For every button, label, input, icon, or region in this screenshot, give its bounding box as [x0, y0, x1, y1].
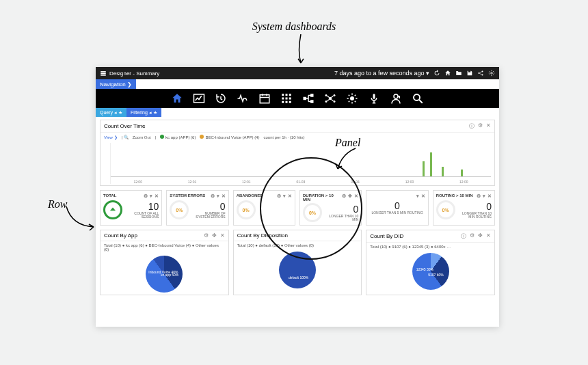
toolbar-mic-icon[interactable]	[368, 92, 380, 105]
move-icon[interactable]: ✥	[348, 193, 352, 202]
gear-icon[interactable]: ⚙	[477, 193, 481, 199]
svg-point-28	[394, 94, 398, 98]
svg-rect-14	[289, 98, 291, 100]
panel-title: Count By DID	[370, 233, 403, 239]
x-tick: 12:00	[133, 180, 142, 184]
zoom-out-link[interactable]: Zoom Out	[133, 135, 151, 139]
x-tick: 01-03	[296, 180, 305, 184]
share-icon[interactable]	[477, 70, 484, 77]
stat-label: NUMBER OF SYSTEM ERRORS	[191, 212, 225, 219]
svg-rect-2	[101, 75, 106, 76]
toolbar-home-icon[interactable]	[171, 92, 183, 105]
stat-value: 0	[325, 204, 358, 215]
pie-legend: Total (10) ● default (10) ● Other values…	[234, 241, 362, 249]
info-icon[interactable]: ⓘ	[469, 122, 475, 130]
pie-chart[interactable]: Inbound Voice 40% kc app 50%	[146, 256, 183, 293]
annotation-row: Row	[48, 198, 67, 211]
gear-icon[interactable]: ⚙	[277, 193, 281, 199]
toolbar-pulse-icon[interactable]	[237, 92, 249, 105]
panel-title: Count By Disposition	[237, 232, 288, 239]
svg-rect-20	[310, 100, 314, 103]
system-dashboards-toolbar	[96, 89, 499, 108]
refresh-icon[interactable]	[433, 70, 440, 77]
pie-legend: Total (10) ● kc app (6) ● BEC-Inbound Vo…	[101, 241, 228, 254]
home-icon[interactable]	[444, 70, 451, 77]
dashboard-window: Designer - Summary 7 days ago to a few s…	[96, 67, 499, 327]
move-icon[interactable]: ✥	[212, 232, 217, 239]
svg-rect-18	[304, 97, 307, 100]
stat-ring: 0%	[436, 200, 455, 219]
panel-title: Count By App	[104, 232, 137, 239]
close-icon[interactable]: ✕	[487, 193, 492, 199]
stat-total: TOTAL⚙▾✕ 10COUNT OF ALL SESSIONS	[100, 190, 162, 226]
stat-value: 0	[458, 201, 492, 212]
x-tick: 12:00	[459, 180, 468, 184]
folder-icon[interactable]	[455, 70, 462, 77]
stat-abandoned: ABANDONED⚙▾✕ 0%	[233, 190, 295, 226]
panel-count-by-app: Count By App⚙✥✕ Total (10) ● kc app (6) …	[100, 230, 229, 295]
time-range-picker[interactable]: 7 days ago to a few seconds ago ▾	[334, 70, 429, 77]
save-icon[interactable]	[466, 70, 473, 77]
gear-icon[interactable]: ⚙	[144, 193, 148, 199]
pie-legend: Total (10) ● 9107 (6) ● 12345 (3) ● 6400…	[366, 243, 494, 251]
gear-icon[interactable]: ⚙	[342, 193, 346, 202]
stat-value: 0	[191, 201, 225, 212]
svg-rect-11	[289, 94, 291, 96]
stat-ring: 0%	[303, 203, 322, 222]
info-icon[interactable]: ⓘ	[461, 232, 466, 240]
toolbar-history-icon[interactable]	[215, 92, 227, 105]
svg-rect-27	[373, 94, 375, 99]
svg-rect-0	[101, 71, 106, 72]
legend-item: kc app (APP) (6)	[165, 135, 196, 139]
toolbar-search-icon[interactable]	[412, 92, 424, 105]
gear-icon[interactable]: ⚙	[211, 193, 215, 199]
legend-item: count per 1h · (10 hits)	[263, 135, 304, 139]
subtabs-bar: Query ◂ ★ Filtering ◂ ★	[96, 108, 499, 117]
close-icon[interactable]: ✕	[155, 193, 159, 199]
x-tick: 12:01	[242, 180, 251, 184]
toolbar-network-icon[interactable]	[324, 92, 336, 105]
stat-duration-10min: DURATION > 10 MIN⚙✥✕ 0% 0LONGER THAN 10 …	[299, 190, 362, 226]
close-icon[interactable]: ✕	[222, 193, 226, 199]
close-icon[interactable]: ✕	[421, 193, 425, 199]
toolbar-grid-icon[interactable]	[280, 92, 293, 105]
move-icon[interactable]: ✥	[478, 232, 483, 240]
count-over-time-chart[interactable]: 12:00 12:01 12:01 01-03 01-04 12:00 12:0…	[110, 143, 491, 184]
stat-value: 10	[125, 201, 159, 212]
pie-chart[interactable]: 12345 30% 9107 60%	[412, 253, 449, 290]
pie-slice-label: 9107 60%	[428, 273, 444, 277]
toolbar-chart-icon[interactable]	[193, 92, 205, 105]
svg-point-6	[491, 72, 493, 75]
close-icon[interactable]: ✕	[486, 122, 491, 130]
toolbar-sun-icon[interactable]	[346, 92, 358, 105]
gear-icon[interactable]	[488, 70, 495, 77]
app-icon	[100, 70, 107, 77]
filter-tab[interactable]: Filtering ◂ ★	[126, 108, 161, 117]
close-icon[interactable]: ✕	[486, 232, 491, 240]
gear-icon[interactable]: ⚙	[478, 122, 483, 130]
stat-label: LONGER THAN 5 MIN ROUTING	[369, 211, 425, 215]
app-title: Designer - Summary	[109, 70, 159, 77]
close-icon[interactable]: ✕	[220, 232, 225, 239]
x-tick: 12:00	[405, 180, 414, 184]
close-icon[interactable]: ✕	[288, 193, 292, 199]
query-tab[interactable]: Query ◂ ★	[96, 108, 126, 117]
pie-slice-label: 12345 30%	[416, 268, 433, 271]
svg-rect-16	[286, 101, 288, 103]
svg-point-22	[325, 94, 328, 96]
stat-routing-10min: ROUTING > 10 MIN⚙▾✕ 0% 0LONGER THAN 10 M…	[433, 190, 495, 226]
toolbar-flow-icon[interactable]	[302, 92, 315, 105]
annotation-system-dashboards: System dashboards	[252, 21, 336, 33]
svg-rect-15	[282, 101, 284, 103]
svg-point-4	[481, 70, 483, 72]
stat-ring: 0%	[237, 200, 256, 219]
gear-icon[interactable]: ⚙	[470, 232, 475, 240]
toolbar-calendar-icon[interactable]	[258, 92, 271, 105]
svg-rect-10	[286, 94, 288, 96]
pie-chart[interactable]: default 100%	[279, 252, 316, 288]
gear-icon[interactable]: ⚙	[204, 232, 209, 239]
close-icon[interactable]: ✕	[354, 193, 358, 202]
toolbar-agent-icon[interactable]	[390, 92, 402, 105]
navigation-button[interactable]: Navigation ❯	[96, 79, 136, 89]
view-link[interactable]: View ❯	[104, 135, 118, 139]
